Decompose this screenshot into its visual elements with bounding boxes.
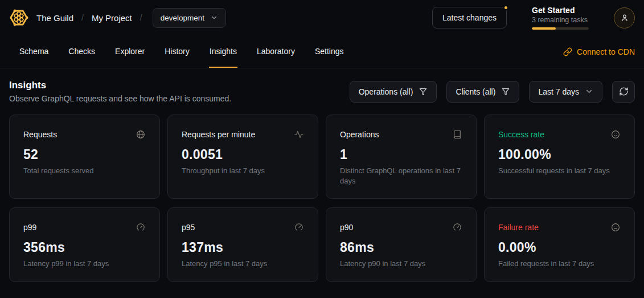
card-value: 86ms (340, 240, 462, 255)
card-description: Latency p90 in last 7 days (340, 259, 462, 269)
top-header: The Guild / My Project / development Lat… (0, 0, 644, 35)
get-started-progress-fill (532, 27, 556, 30)
stat-card-operations: Operations 1 Distinct GraphQL operations… (326, 115, 477, 199)
connect-to-cdn-link[interactable]: Connect to CDN (563, 35, 635, 68)
stat-card-requests: Requests 52 Total requests served (9, 115, 160, 199)
card-description: Latency p99 in last 7 days (23, 259, 146, 269)
tab-insights[interactable]: Insights (209, 35, 237, 68)
notification-dot (503, 5, 508, 10)
smile-icon (610, 129, 621, 140)
filters-toolbar: Operations (all) Clients (all) Last 7 da… (350, 81, 635, 103)
operations-filter-button[interactable]: Operations (all) (350, 81, 437, 103)
get-started-subtitle: 3 remaining tasks (532, 16, 589, 24)
card-description: Total requests served (23, 166, 146, 176)
card-description: Latency p95 in last 7 days (182, 259, 304, 269)
frown-icon (610, 222, 621, 232)
breadcrumb-project[interactable]: My Project (92, 13, 132, 23)
card-description: Successful requests in last 7 days (498, 166, 621, 176)
breadcrumb-separator: / (81, 13, 84, 22)
stat-card-p95: p95 137ms Latency p95 in last 7 days (167, 207, 318, 282)
clients-filter-button[interactable]: Clients (all) (446, 81, 519, 103)
stat-card-requests-per-minute: Requests per minute 0.0051 Throughput in… (167, 115, 318, 199)
activity-icon (294, 129, 304, 140)
tab-schema[interactable]: Schema (19, 35, 49, 68)
stat-card-p90: p90 86ms Latency p90 in last 7 days (326, 207, 477, 282)
page-title: Insights (9, 80, 231, 91)
tab-explorer[interactable]: Explorer (114, 35, 145, 68)
card-title: p99 (23, 223, 36, 232)
clients-filter-label: Clients (all) (456, 87, 495, 96)
card-value: 0.0051 (182, 147, 304, 162)
user-icon (620, 13, 630, 23)
card-title: p90 (340, 223, 353, 232)
get-started-title: Get Started (532, 6, 589, 16)
book-icon (452, 129, 462, 140)
latest-changes-label: Latest changes (442, 13, 497, 22)
card-title: p95 (182, 223, 195, 232)
refresh-button[interactable] (612, 81, 635, 103)
project-navbar: Schema Checks Explorer History Insights … (0, 35, 644, 68)
get-started-widget[interactable]: Get Started 3 remaining tasks (532, 6, 589, 30)
breadcrumb: The Guild / My Project / (36, 13, 142, 23)
card-value: 100.00% (498, 147, 621, 162)
card-value: 356ms (23, 240, 146, 255)
card-title: Requests (23, 130, 57, 139)
page-subtitle: Observe GraphQL requests and see how the… (9, 94, 231, 103)
card-value: 52 (23, 147, 146, 162)
target-selector-dropdown[interactable]: development (153, 8, 226, 28)
nav-tabs: Schema Checks Explorer History Insights … (9, 35, 344, 68)
tab-checks[interactable]: Checks (68, 35, 96, 68)
card-title: Failure rate (498, 223, 539, 232)
tab-laboratory[interactable]: Laboratory (256, 35, 296, 68)
chevron-down-icon (210, 14, 218, 22)
card-title: Requests per minute (182, 130, 255, 139)
user-avatar[interactable] (614, 7, 635, 28)
date-range-label: Last 7 days (538, 87, 579, 96)
gauge-icon (136, 222, 146, 232)
card-description: Throughput in last 7 days (182, 166, 304, 176)
card-value: 1 (340, 147, 462, 162)
stats-grid: Requests 52 Total requests served Reques… (9, 115, 635, 282)
date-range-dropdown[interactable]: Last 7 days (529, 81, 602, 103)
page-title-block: Insights Observe GraphQL requests and se… (9, 80, 231, 103)
tab-history[interactable]: History (164, 35, 190, 68)
breadcrumb-separator: / (140, 13, 142, 22)
refresh-icon (619, 87, 629, 96)
link-icon (563, 47, 572, 56)
tab-settings[interactable]: Settings (314, 35, 344, 68)
stat-card-p99: p99 356ms Latency p99 in last 7 days (9, 207, 160, 282)
operations-filter-label: Operations (all) (359, 87, 413, 96)
gauge-icon (294, 222, 304, 232)
get-started-progress-track (532, 27, 589, 30)
card-value: 137ms (182, 240, 304, 255)
target-selector-value: development (161, 14, 204, 22)
card-title: Operations (340, 130, 379, 139)
card-title: Success rate (498, 130, 544, 139)
guild-hive-logo-icon[interactable] (9, 8, 28, 27)
globe-icon (136, 129, 146, 140)
filter-funnel-icon (419, 87, 428, 96)
connect-to-cdn-label: Connect to CDN (577, 47, 635, 56)
card-description: Distinct GraphQL operations in last 7 da… (340, 166, 462, 186)
card-description: Failed requests in last 7 days (498, 259, 621, 269)
chevron-down-icon (585, 87, 593, 96)
gauge-icon (452, 222, 462, 232)
breadcrumb-org[interactable]: The Guild (36, 13, 73, 23)
insights-page: Insights Observe GraphQL requests and se… (0, 68, 644, 293)
stat-card-failure-rate: Failure rate 0.00% Failed requests in la… (484, 207, 635, 282)
latest-changes-button[interactable]: Latest changes (432, 7, 507, 28)
filter-funnel-icon (501, 87, 510, 96)
stat-card-success-rate: Success rate 100.00% Successful requests… (484, 115, 635, 199)
card-value: 0.00% (498, 240, 621, 255)
